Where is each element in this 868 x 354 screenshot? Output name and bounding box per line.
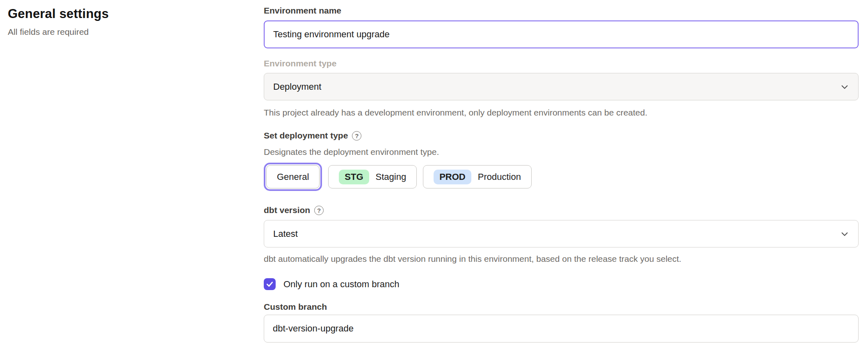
settings-header: General settings All fields are required [8, 7, 238, 37]
custom-branch-checkbox[interactable] [264, 278, 276, 290]
deployment-type-label: Set deployment type [264, 130, 348, 141]
dbt-version-select[interactable]: Latest [264, 220, 859, 247]
general-settings-page: General settings All fields are required… [0, 0, 868, 354]
staging-option-label: Staging [376, 172, 407, 182]
production-option-label: Production [478, 172, 521, 182]
deployment-type-production-button[interactable]: PROD Production [423, 165, 532, 188]
environment-type-label: Environment type [264, 58, 859, 69]
environment-type-value: Deployment [273, 82, 321, 92]
checkmark-icon [265, 280, 274, 288]
dbt-version-helper: dbt automatically upgrades the dbt versi… [264, 253, 859, 265]
general-option-selected-ring: General [264, 163, 322, 191]
dbt-version-value: Latest [273, 229, 298, 239]
chevron-down-icon [840, 229, 849, 238]
chevron-down-icon [840, 82, 849, 91]
environment-type-select: Deployment [264, 73, 859, 100]
custom-branch-checkbox-label: Only run on a custom branch [283, 279, 399, 290]
help-icon[interactable]: ? [352, 131, 361, 141]
custom-branch-checkbox-row: Only run on a custom branch [264, 278, 859, 290]
dbt-version-label-row: dbt version ? [264, 204, 859, 216]
prod-badge: PROD [434, 170, 471, 184]
page-title: General settings [8, 7, 238, 21]
general-option-label: General [277, 172, 309, 182]
deployment-type-label-row: Set deployment type ? [264, 130, 859, 141]
stg-badge: STG [339, 170, 369, 184]
deployment-type-options: General STG Staging PROD Production [264, 163, 859, 191]
custom-branch-input[interactable] [264, 315, 859, 343]
environment-name-input[interactable] [264, 20, 859, 48]
deployment-type-helper: Designates the deployment environment ty… [264, 146, 859, 158]
settings-form: Environment name Environment type Deploy… [264, 0, 859, 343]
dbt-version-label: dbt version [264, 204, 310, 216]
deployment-type-staging-button[interactable]: STG Staging [328, 165, 417, 188]
deployment-type-general-button[interactable]: General [266, 165, 320, 188]
page-subtitle: All fields are required [8, 27, 238, 37]
custom-branch-label: Custom branch [264, 301, 859, 313]
environment-name-label: Environment name [264, 5, 859, 16]
help-icon[interactable]: ? [314, 206, 324, 215]
environment-type-helper: This project already has a development e… [264, 107, 859, 118]
